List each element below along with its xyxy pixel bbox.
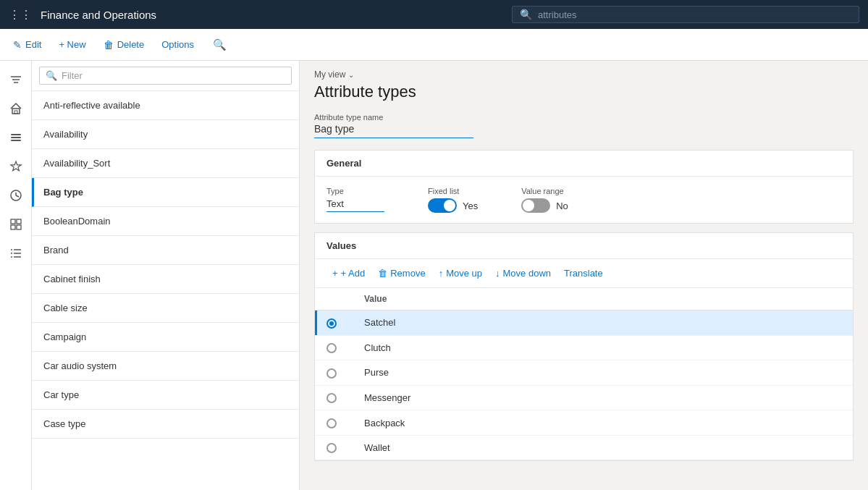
add-icon: + xyxy=(332,268,338,279)
table-row[interactable]: Clutch xyxy=(315,335,853,360)
svg-rect-12 xyxy=(17,219,21,224)
move-down-button[interactable]: ↓ Move down xyxy=(489,265,557,282)
trash-icon: 🗑 xyxy=(378,268,387,279)
values-radio-col-header xyxy=(315,288,353,311)
delete-icon: 🗑 xyxy=(104,39,114,51)
top-bar: ⋮⋮ Finance and Operations 🔍 xyxy=(0,0,868,29)
general-section: General Type Text Fixed list Yes xyxy=(314,150,854,224)
row-radio-indicator[interactable] xyxy=(326,418,337,428)
app-title: Finance and Operations xyxy=(41,9,503,21)
fixed-list-label: Fixed list xyxy=(428,187,478,195)
filter-icon xyxy=(9,73,22,86)
row-radio-indicator[interactable] xyxy=(326,443,337,453)
my-view-label: My view xyxy=(314,69,345,80)
command-bar: ✎ Edit + New 🗑 Delete Options 🔍 xyxy=(0,29,868,61)
row-radio-cell xyxy=(315,435,353,460)
row-radio-indicator[interactable] xyxy=(326,368,337,379)
global-search-input[interactable] xyxy=(538,9,851,20)
row-radio-cell xyxy=(315,410,353,436)
translate-button[interactable]: Translate xyxy=(558,265,609,282)
sidebar-icons xyxy=(0,61,32,490)
svg-rect-7 xyxy=(11,140,21,141)
search-button[interactable]: 🔍 xyxy=(207,34,232,56)
table-row[interactable]: Purse xyxy=(315,360,853,386)
list-item[interactable]: Cabinet finish xyxy=(32,265,299,294)
row-value-cell: Wallet xyxy=(353,435,853,460)
edit-button[interactable]: ✎ Edit xyxy=(6,35,49,55)
my-view-bar[interactable]: My view ⌄ xyxy=(314,69,854,80)
table-row[interactable]: Backpack xyxy=(315,410,853,436)
value-range-label: Value range xyxy=(521,187,568,195)
attr-type-name-value[interactable]: Bag type xyxy=(314,123,473,138)
svg-line-10 xyxy=(16,195,19,197)
list-item[interactable]: BooleanDomain xyxy=(32,207,299,236)
home-icon-btn[interactable] xyxy=(3,96,29,122)
star-icon xyxy=(9,160,22,173)
recent-icon-btn[interactable] xyxy=(3,182,29,208)
search-icon: 🔍 xyxy=(520,9,532,20)
list-item[interactable]: Cable size xyxy=(32,294,299,323)
value-range-state: No xyxy=(556,200,568,211)
menu-icon-btn[interactable] xyxy=(3,124,29,151)
grid-icon[interactable]: ⋮⋮ xyxy=(9,8,32,22)
filter-input-wrap: 🔍 xyxy=(39,67,292,85)
home-icon xyxy=(9,102,22,115)
list-item[interactable]: Car type xyxy=(32,381,299,410)
list-icon xyxy=(9,247,22,260)
table-row[interactable]: Satchel xyxy=(315,311,853,336)
fixed-list-toggle-row: Yes xyxy=(428,198,478,213)
filter-icon-btn[interactable] xyxy=(3,67,29,93)
modules-icon-btn[interactable] xyxy=(3,240,29,266)
row-radio-cell xyxy=(315,360,353,386)
list-item[interactable]: Bag type xyxy=(32,178,299,207)
chevron-down-icon: ⌄ xyxy=(348,71,354,79)
list-panel: 🔍 Anti-reflective availableAvailabilityA… xyxy=(32,61,300,490)
list-item[interactable]: Availability xyxy=(32,120,299,149)
menu-icon xyxy=(9,131,22,144)
clock-icon xyxy=(9,189,22,202)
list-item[interactable]: Anti-reflective available xyxy=(32,91,299,120)
row-value-cell: Satchel xyxy=(353,311,853,336)
fixed-list-toggle[interactable] xyxy=(428,198,457,213)
row-radio-indicator[interactable] xyxy=(326,318,337,329)
row-value-cell: Backpack xyxy=(353,410,853,436)
values-col-header: Value xyxy=(353,288,853,311)
value-range-toggle-row: No xyxy=(521,198,568,213)
svg-rect-6 xyxy=(11,137,21,138)
new-button[interactable]: + New xyxy=(51,35,93,54)
workspaces-icon-btn[interactable] xyxy=(3,211,29,237)
favorites-icon-btn[interactable] xyxy=(3,153,29,179)
delete-button[interactable]: 🗑 Delete xyxy=(96,35,152,55)
list-item[interactable]: Case type xyxy=(32,410,299,439)
arrow-down-icon: ↓ xyxy=(495,268,500,279)
value-range-toggle[interactable] xyxy=(521,198,550,213)
filter-input[interactable] xyxy=(62,70,285,81)
row-radio-indicator[interactable] xyxy=(326,393,337,403)
list-item[interactable]: Availability_Sort xyxy=(32,149,299,178)
options-button[interactable]: Options xyxy=(154,35,201,54)
table-row[interactable]: Messenger xyxy=(315,385,853,410)
row-value-cell: Clutch xyxy=(353,335,853,360)
type-label: Type xyxy=(326,187,384,195)
arrow-up-icon: ↑ xyxy=(439,268,444,279)
fixed-list-toggle-group: Fixed list Yes xyxy=(428,187,478,213)
row-radio-cell xyxy=(315,335,353,360)
add-value-button[interactable]: + + Add xyxy=(326,265,371,282)
list-item[interactable]: Car audio system xyxy=(32,352,299,381)
values-section: Values + + Add 🗑 Remove ↑ Move up ↓ Move… xyxy=(314,232,854,461)
general-section-body: Type Text Fixed list Yes Value ra xyxy=(315,177,853,223)
type-value[interactable]: Text xyxy=(326,198,384,212)
row-value-cell: Purse xyxy=(353,360,853,386)
edit-icon: ✎ xyxy=(13,39,22,51)
list-items: Anti-reflective availableAvailabilityAva… xyxy=(32,91,299,490)
remove-value-button[interactable]: 🗑 Remove xyxy=(372,265,431,282)
table-row[interactable]: Wallet xyxy=(315,435,853,460)
move-up-button[interactable]: ↑ Move up xyxy=(433,265,488,282)
list-item[interactable]: Campaign xyxy=(32,323,299,352)
values-toolbar: + + Add 🗑 Remove ↑ Move up ↓ Move down T… xyxy=(315,259,853,288)
value-range-knob xyxy=(523,200,534,211)
list-item[interactable]: Brand xyxy=(32,236,299,265)
row-radio-cell xyxy=(315,311,353,336)
value-range-toggle-group: Value range No xyxy=(521,187,568,213)
row-radio-indicator[interactable] xyxy=(326,343,337,353)
